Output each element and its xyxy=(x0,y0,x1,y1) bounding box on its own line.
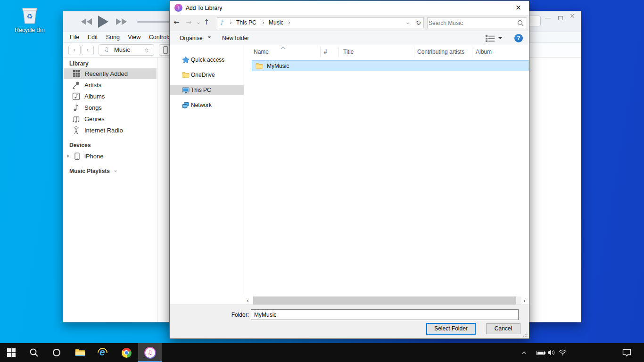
recent-locations-chevron-icon[interactable] xyxy=(197,21,200,24)
album-icon xyxy=(72,92,80,100)
column-header-album[interactable]: Album xyxy=(476,45,492,58)
music-playlists-header[interactable]: Music Playlists xyxy=(69,168,117,174)
folder-name-input[interactable] xyxy=(251,309,519,320)
taskbar: e ♫ xyxy=(0,343,644,362)
svg-text:♻: ♻ xyxy=(26,12,33,21)
back-arrow-icon[interactable]: ← xyxy=(173,18,180,26)
folder-icon xyxy=(256,62,263,70)
wifi-icon xyxy=(559,349,567,356)
expand-chevron-icon[interactable] xyxy=(67,155,71,157)
menu-file[interactable]: File xyxy=(70,32,79,42)
recycle-bin-shortcut[interactable]: ♻ Recycle Bin xyxy=(10,6,49,33)
taskbar-search-button[interactable] xyxy=(24,343,44,362)
back-button[interactable]: ‹ xyxy=(68,45,81,55)
network-icon xyxy=(182,101,190,109)
place-onedrive[interactable]: OneDrive xyxy=(170,70,244,80)
column-header-name[interactable]: Name xyxy=(254,45,269,58)
scrollbar-track[interactable] xyxy=(253,296,521,304)
start-button[interactable] xyxy=(1,343,22,362)
forward-arrow-icon[interactable]: → xyxy=(186,18,192,26)
sidebar-item-artists[interactable]: Artists xyxy=(63,80,157,90)
close-button[interactable]: × xyxy=(508,1,529,15)
scrollbar-thumb[interactable] xyxy=(253,296,516,304)
close-icon[interactable]: × xyxy=(570,12,575,19)
breadcrumb-separator: › xyxy=(288,18,290,28)
place-this-pc[interactable]: This PC xyxy=(170,85,244,95)
menu-edit[interactable]: Edit xyxy=(88,32,98,42)
menu-view[interactable]: View xyxy=(128,32,140,42)
music-note-icon: ♫ xyxy=(104,46,109,53)
recycle-bin-icon: ♻ xyxy=(20,6,40,25)
genres-icon xyxy=(72,115,80,123)
resize-grip[interactable] xyxy=(523,332,528,337)
minimize-button[interactable] xyxy=(545,18,551,18)
address-dropdown-chevron-icon[interactable] xyxy=(406,21,409,24)
media-selector[interactable]: ♫ Music xyxy=(99,44,154,56)
itunes-sidebar: Library Recently Added Artists Albums So… xyxy=(63,58,157,322)
file-explorer-button[interactable] xyxy=(70,343,91,362)
play-button[interactable] xyxy=(98,16,108,28)
organise-button[interactable]: Organise xyxy=(180,35,211,41)
chrome-icon xyxy=(122,348,132,358)
search-icon[interactable] xyxy=(517,20,524,26)
search-box[interactable] xyxy=(427,17,527,28)
sidebar-item-iphone[interactable]: iPhone xyxy=(63,151,157,162)
iphone-icon xyxy=(73,152,81,160)
address-bar[interactable]: ♪ › This PC › Music › xyxy=(217,17,414,28)
view-mode-icon[interactable] xyxy=(486,35,495,42)
place-network[interactable]: Network xyxy=(170,100,244,110)
sidebar-item-genres[interactable]: Genres xyxy=(63,114,157,124)
media-selector-label: Music xyxy=(114,46,130,53)
column-header-number[interactable]: # xyxy=(324,45,327,58)
sidebar-item-songs[interactable]: Songs xyxy=(63,102,157,113)
maximize-button[interactable] xyxy=(558,16,563,20)
new-folder-button[interactable]: New folder xyxy=(222,35,249,41)
forward-button[interactable]: › xyxy=(82,45,94,55)
cancel-button[interactable]: Cancel xyxy=(486,323,520,334)
help-button[interactable]: ? xyxy=(514,34,523,42)
grid-icon xyxy=(73,70,81,78)
place-quick-access[interactable]: Quick access xyxy=(170,55,244,65)
menu-song[interactable]: Song xyxy=(106,32,120,42)
action-center-button[interactable] xyxy=(622,343,631,362)
action-center-icon xyxy=(622,349,631,357)
scroll-left-icon[interactable]: ‹ xyxy=(247,296,249,304)
breadcrumb-music[interactable]: Music xyxy=(269,18,283,28)
breadcrumb-this-pc[interactable]: This PC xyxy=(236,18,256,28)
column-header-title[interactable]: Title xyxy=(343,45,354,58)
view-mode-caret-icon[interactable] xyxy=(498,37,502,41)
rewind-button[interactable] xyxy=(81,18,92,25)
select-folder-button[interactable]: Select Folder xyxy=(426,323,476,335)
itunes-app-icon: ♪ xyxy=(174,4,182,12)
network-tray-icon[interactable] xyxy=(559,343,567,362)
itunes-taskbar-button[interactable]: ♫ xyxy=(138,343,162,362)
radio-antenna-icon xyxy=(72,126,80,134)
recycle-bin-label: Recycle Bin xyxy=(10,27,49,33)
sidebar-item-recently-added[interactable]: Recently Added xyxy=(64,68,157,79)
internet-explorer-button[interactable]: e xyxy=(92,343,113,362)
chevron-up-icon xyxy=(522,351,527,356)
star-icon xyxy=(182,56,190,64)
chrome-button[interactable] xyxy=(116,343,137,362)
cortana-button[interactable] xyxy=(46,343,67,362)
scroll-right-icon[interactable]: › xyxy=(523,296,526,304)
horizontal-scrollbar[interactable]: ‹ › xyxy=(170,296,529,304)
column-header-contributing-artists[interactable]: Contributing artists xyxy=(417,45,464,58)
sidebar-item-albums[interactable]: Albums xyxy=(63,91,157,102)
show-hidden-icons-button[interactable] xyxy=(522,343,526,362)
dialog-titlebar: ♪ Add To Library × xyxy=(170,1,529,15)
sidebar-item-internet-radio[interactable]: Internet Radio xyxy=(63,125,157,136)
volume-tray-icon[interactable] xyxy=(547,343,555,362)
up-arrow-icon[interactable]: ↑ xyxy=(204,18,210,26)
search-input[interactable] xyxy=(429,18,513,27)
fast-forward-button[interactable] xyxy=(116,18,127,25)
menu-controls[interactable]: Controls xyxy=(149,32,171,42)
speaker-icon xyxy=(547,349,555,356)
dialog-title: Add To Library xyxy=(186,1,222,15)
file-row-mymusic[interactable]: MyMusic xyxy=(252,60,529,71)
battery-tray-icon[interactable] xyxy=(537,343,545,362)
internet-explorer-icon: e xyxy=(97,347,108,358)
refresh-button[interactable]: ↻ xyxy=(413,17,424,28)
itunes-icon: ♫ xyxy=(144,347,156,359)
dialog-command-bar: Organise New folder ? xyxy=(170,31,529,45)
